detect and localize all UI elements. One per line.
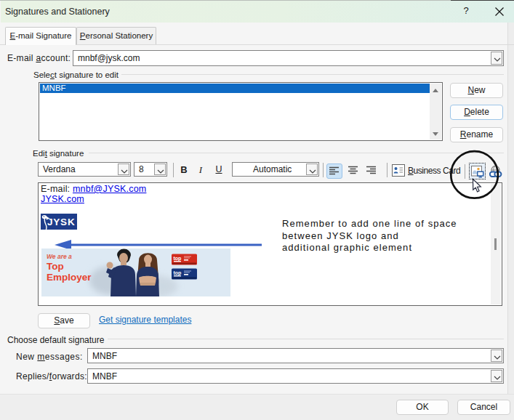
- svg-text:Employer: Employer: [47, 272, 92, 283]
- svg-text:We are a: We are a: [47, 253, 72, 260]
- svg-text:top: top: [174, 256, 182, 262]
- svg-text:Top: Top: [47, 261, 64, 272]
- svg-text:top: top: [174, 270, 182, 276]
